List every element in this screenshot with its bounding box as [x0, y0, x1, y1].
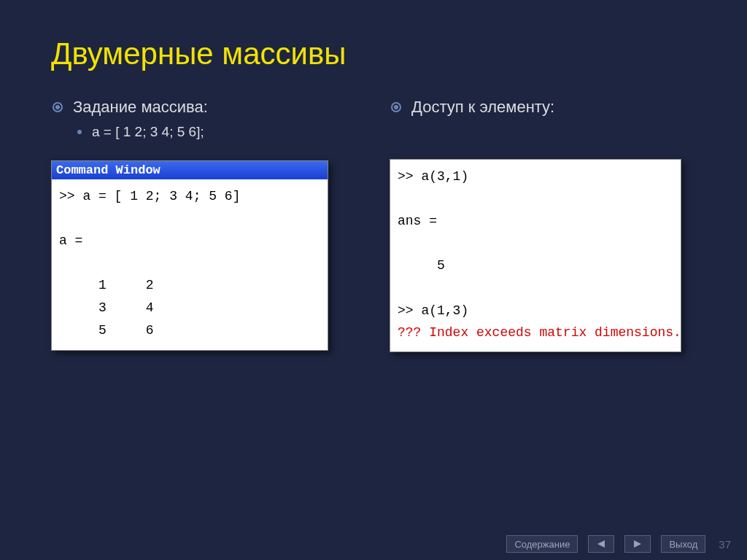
left-column: Задание массива: а = [ 1 2; 3 4; 5 6]; C…	[51, 98, 357, 352]
contents-button[interactable]: Содержание	[506, 535, 578, 553]
output-code: >> a(3,1) ans = 5 >> a(1,3)	[398, 166, 673, 322]
left-subitem-text: а = [ 1 2; 3 4; 5 6];	[92, 124, 204, 140]
bullet-target-icon	[53, 102, 63, 112]
command-window-title: Command Window	[52, 161, 328, 179]
page-number: 37	[716, 538, 731, 551]
contents-label: Содержание	[514, 539, 570, 550]
output-window: >> a(3,1) ans = 5 >> a(1,3) ??? Index ex…	[390, 159, 681, 352]
output-error: ??? Index exceeds matrix dimensions.	[398, 322, 673, 344]
left-heading-text: Задание массива:	[73, 98, 208, 117]
bullet-target-icon	[391, 102, 401, 112]
left-subitem: а = [ 1 2; 3 4; 5 6];	[77, 124, 357, 140]
command-window-body: >> a = [ 1 2; 3 4; 5 6] a = 1 2 3 4 5 6	[52, 179, 328, 350]
arrow-left-icon	[596, 540, 606, 548]
footer: Содержание Выход 37	[0, 535, 747, 553]
bullet-dot-icon	[77, 130, 82, 134]
slide-title: Двумерные массивы	[51, 36, 696, 71]
svg-marker-1	[634, 540, 641, 548]
exit-button[interactable]: Выход	[661, 535, 705, 553]
arrow-right-icon	[632, 540, 643, 548]
svg-marker-0	[597, 540, 605, 548]
next-button[interactable]	[624, 535, 651, 553]
right-column: Доступ к элементу: >> a(3,1) ans = 5 >> …	[390, 98, 696, 352]
exit-label: Выход	[669, 539, 697, 550]
prev-button[interactable]	[588, 535, 614, 553]
right-heading-text: Доступ к элементу:	[411, 98, 554, 117]
slide: Двумерные массивы Задание массива: а = […	[0, 0, 747, 560]
content-columns: Задание массива: а = [ 1 2; 3 4; 5 6]; C…	[51, 98, 696, 352]
command-window: Command Window >> a = [ 1 2; 3 4; 5 6] a…	[51, 160, 328, 351]
right-heading: Доступ к элементу:	[391, 98, 696, 117]
left-heading: Задание массива:	[53, 98, 357, 117]
